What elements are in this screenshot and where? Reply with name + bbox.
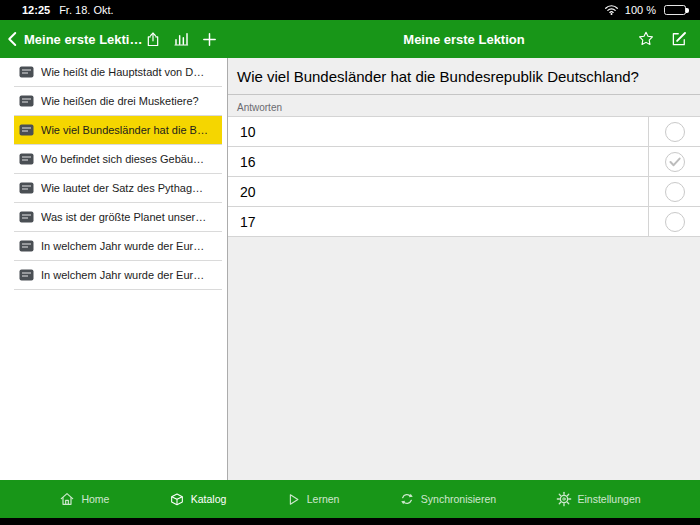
answer-radio-checked[interactable] — [665, 152, 685, 172]
answer-text: 17 — [228, 207, 648, 236]
sync-arrows-icon — [399, 491, 415, 507]
answer-text: 16 — [228, 147, 648, 176]
flashcard-icon — [19, 269, 34, 281]
answer-text: 10 — [228, 117, 648, 146]
sidebar-item-label: Wie viel Bundesländer hat die B… — [41, 124, 208, 136]
battery-percent-label: 100 % — [625, 4, 656, 16]
answer-radio[interactable] — [665, 212, 685, 232]
status-date: Fr. 18. Okt. — [59, 4, 113, 16]
question-text: Wie viel Bundesländer hat die Bundesrepu… — [228, 58, 700, 95]
bottom-tab-bar: Home Katalog Lernen — [0, 480, 700, 518]
flashcard-icon — [19, 182, 34, 194]
sidebar-item-label: In welchem Jahr wurde der Eur… — [41, 269, 204, 281]
tab-label: Katalog — [191, 493, 227, 505]
tab-home[interactable]: Home — [59, 491, 109, 507]
tab-synchronisieren[interactable]: Synchronisieren — [399, 491, 496, 507]
sidebar-item[interactable]: Wo befindet sich dieses Gebäu… — [14, 145, 222, 174]
app-screen: 12:25 Fr. 18. Okt. 100 % M — [0, 0, 700, 525]
sidebar-item[interactable]: In welchem Jahr wurde der Eur… — [14, 261, 222, 290]
flashcard-icon — [19, 124, 34, 136]
check-icon — [669, 157, 681, 167]
flashcard-icon — [19, 211, 34, 223]
flashcard-icon — [19, 66, 34, 78]
play-icon — [286, 492, 301, 507]
battery-icon — [664, 5, 686, 15]
tab-label: Synchronisieren — [421, 493, 496, 505]
sidebar-item[interactable]: Wie lautet der Satz des Pythag… — [14, 174, 222, 203]
tab-einstellungen[interactable]: Einstellungen — [556, 491, 641, 507]
tab-label: Home — [81, 493, 109, 505]
sidebar-item[interactable]: Was ist der größte Planet unser… — [14, 203, 222, 232]
answer-radio[interactable] — [665, 182, 685, 202]
tab-label: Lernen — [307, 493, 340, 505]
favorite-star-icon[interactable] — [637, 30, 655, 48]
answer-row[interactable]: 20 — [228, 177, 700, 207]
answer-row[interactable]: 10 — [228, 117, 700, 147]
home-icon — [59, 491, 75, 507]
sidebar-item-label: In welchem Jahr wurde der Eur… — [41, 240, 204, 252]
sidebar-item-label: Wie heißen die drei Musketiere? — [41, 95, 199, 107]
catalog-box-icon — [169, 491, 185, 507]
flashcard-icon — [19, 153, 34, 165]
bottom-bezel — [0, 518, 700, 525]
gear-icon — [556, 491, 572, 507]
sidebar-item-label: Was ist der größte Planet unser… — [41, 211, 206, 223]
flashcard-icon — [19, 95, 34, 107]
card-list-sidebar: Wie heißt die Hauptstadt von D… Wie heiß… — [0, 58, 228, 480]
card-detail-pane: Wie viel Bundesländer hat die Bundesrepu… — [228, 58, 700, 480]
share-icon[interactable] — [145, 31, 161, 48]
answers-table: 10 16 20 17 — [228, 116, 700, 237]
status-bar: 12:25 Fr. 18. Okt. 100 % — [0, 0, 700, 20]
navigation-bar: Meine erste Lekti… — [0, 20, 700, 58]
answer-text: 20 — [228, 177, 648, 206]
status-time: 12:25 — [22, 4, 50, 16]
content-area: Wie heißt die Hauptstadt von D… Wie heiß… — [0, 58, 700, 480]
back-button[interactable] — [4, 30, 22, 48]
nav-left-pane: Meine erste Lekti… — [0, 20, 228, 58]
answer-row[interactable]: 17 — [228, 207, 700, 237]
answers-section-label: Antworten — [228, 95, 700, 116]
add-card-button[interactable] — [201, 31, 218, 48]
answer-row[interactable]: 16 — [228, 147, 700, 177]
tab-lernen[interactable]: Lernen — [286, 492, 340, 507]
lesson-title-main: Meine erste Lektion — [403, 32, 524, 47]
sidebar-item-label: Wo befindet sich dieses Gebäu… — [41, 153, 204, 165]
sidebar-item[interactable]: Wie heißt die Hauptstadt von D… — [14, 58, 222, 87]
answer-radio[interactable] — [665, 122, 685, 142]
tab-katalog[interactable]: Katalog — [169, 491, 227, 507]
statistics-chart-icon[interactable] — [173, 31, 189, 47]
nav-right-pane: Meine erste Lektion — [228, 20, 700, 58]
sidebar-item[interactable]: Wie heißen die drei Musketiere? — [14, 87, 222, 116]
flashcard-icon — [19, 240, 34, 252]
edit-compose-icon[interactable] — [670, 30, 688, 48]
sidebar-item[interactable]: In welchem Jahr wurde der Eur… — [14, 232, 222, 261]
wifi-icon — [604, 4, 619, 17]
sidebar-item[interactable]: Wie viel Bundesländer hat die B… — [14, 116, 222, 145]
sidebar-item-label: Wie lautet der Satz des Pythag… — [41, 182, 203, 194]
lesson-title-left: Meine erste Lekti… — [24, 32, 143, 47]
sidebar-item-label: Wie heißt die Hauptstadt von D… — [41, 66, 204, 78]
tab-label: Einstellungen — [578, 493, 641, 505]
